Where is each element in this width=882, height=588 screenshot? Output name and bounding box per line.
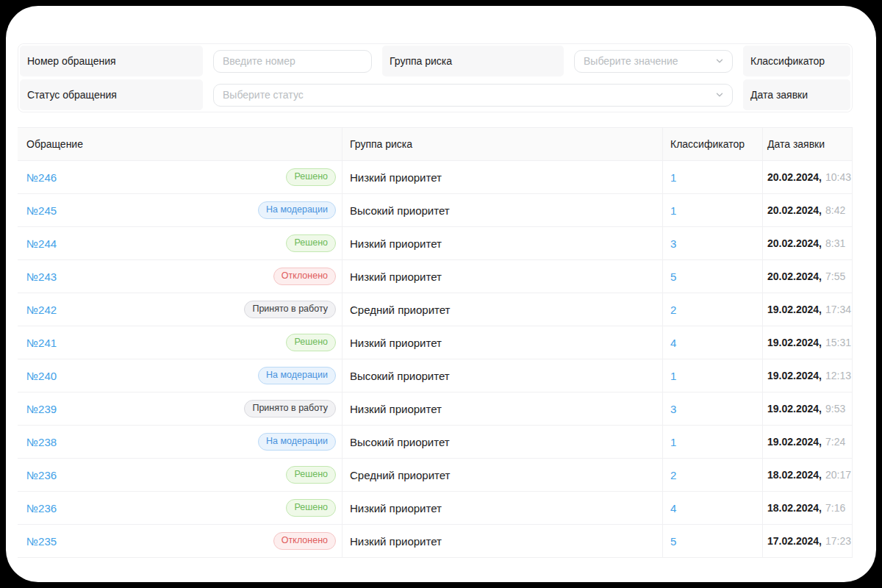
date-value: 19.02.2024, xyxy=(767,304,822,315)
status-badge: Решено xyxy=(286,234,336,252)
table-row: №245 На модерации Высокий приоритет 1 20… xyxy=(18,194,852,227)
time-value: 17:34 xyxy=(825,304,851,315)
status-badge: Решено xyxy=(286,168,336,186)
request-link[interactable]: №243 xyxy=(26,270,57,283)
risk-group-cell: Низкий приоритет xyxy=(342,525,662,557)
risk-group-value: Высокий приоритет xyxy=(350,436,450,448)
filter-label-classifier: Классификатор xyxy=(742,44,852,78)
request-link[interactable]: №240 xyxy=(26,370,57,382)
request-cell: №236 Решено xyxy=(18,459,342,491)
select-placeholder: Выберите значение xyxy=(584,55,678,67)
status-select[interactable]: Выберите статус xyxy=(213,84,733,107)
classifier-link[interactable]: 5 xyxy=(670,535,676,548)
time-value: 7:55 xyxy=(825,270,845,282)
request-cell: №246 Решено xyxy=(18,161,342,193)
classifier-link[interactable]: 3 xyxy=(670,237,676,250)
request-cell: №243 Отклонено xyxy=(18,260,342,293)
risk-group-cell: Низкий приоритет xyxy=(342,492,662,524)
risk-group-value: Низкий приоритет xyxy=(350,237,442,250)
request-link[interactable]: №235 xyxy=(26,535,57,548)
date-value: 19.02.2024, xyxy=(767,436,822,448)
status-badge: На модерации xyxy=(258,367,336,384)
date-cell: 19.02.2024, 15:31 xyxy=(762,326,853,359)
request-link[interactable]: №236 xyxy=(26,469,57,481)
classifier-link[interactable]: 1 xyxy=(670,370,676,382)
request-cell: №238 На модерации xyxy=(18,426,342,458)
filter-cell-risk-group: Выберите значение xyxy=(565,44,742,78)
risk-group-value: Низкий приоритет xyxy=(350,270,442,283)
date-cell: 20.02.2024, 8:42 xyxy=(762,194,853,226)
request-cell: №240 На модерации xyxy=(18,359,342,392)
classifier-link[interactable]: 5 xyxy=(670,270,676,283)
risk-group-cell: Высокий приоритет xyxy=(342,426,662,458)
classifier-cell: 3 xyxy=(662,227,762,259)
classifier-link[interactable]: 1 xyxy=(670,204,676,217)
table-row: №236 Решено Низкий приоритет 4 18.02.202… xyxy=(18,492,852,525)
table-row: №241 Решено Низкий приоритет 4 19.02.202… xyxy=(18,326,852,359)
time-value: 7:24 xyxy=(825,436,845,448)
request-link[interactable]: №238 xyxy=(26,436,57,448)
classifier-link[interactable]: 4 xyxy=(670,502,676,514)
table-row: №238 На модерации Высокий приоритет 1 19… xyxy=(18,426,852,459)
status-badge: Отклонено xyxy=(273,268,336,285)
status-badge: Решено xyxy=(286,499,336,517)
status-badge: На модерации xyxy=(258,433,336,451)
classifier-link[interactable]: 1 xyxy=(670,171,676,184)
filter-label-text: Дата заявки xyxy=(750,89,808,101)
filter-label-text: Группа риска xyxy=(390,55,452,67)
request-link[interactable]: №246 xyxy=(26,171,57,184)
request-link[interactable]: №239 xyxy=(26,403,57,415)
risk-group-select[interactable]: Выберите значение xyxy=(574,50,733,73)
request-number-input[interactable] xyxy=(213,50,372,73)
date-value: 20.02.2024, xyxy=(767,270,822,282)
classifier-cell: 1 xyxy=(662,359,762,392)
request-link[interactable]: №241 xyxy=(26,337,57,349)
time-value: 8:31 xyxy=(825,237,845,249)
risk-group-cell: Средний приоритет xyxy=(342,459,662,491)
status-badge: Решено xyxy=(286,334,336,351)
app-window: Номер обращения Группа риска Выберите зн… xyxy=(6,6,876,582)
request-link[interactable]: №242 xyxy=(26,304,57,316)
time-value: 8:42 xyxy=(825,204,845,216)
requests-table: Обращение Группа риска Классификатор Дат… xyxy=(18,127,853,558)
classifier-link[interactable]: 2 xyxy=(670,304,676,316)
request-link[interactable]: №236 xyxy=(26,502,57,514)
risk-group-cell: Средний приоритет xyxy=(342,293,662,326)
status-badge: Принято в работу xyxy=(244,301,336,318)
date-value: 18.02.2024, xyxy=(767,469,822,481)
classifier-link[interactable]: 2 xyxy=(670,469,676,481)
date-cell: 19.02.2024, 7:24 xyxy=(762,426,853,458)
table-row: №236 Решено Средний приоритет 2 18.02.20… xyxy=(18,459,852,492)
request-link[interactable]: №245 xyxy=(26,204,57,217)
request-cell: №244 Решено xyxy=(18,227,342,259)
table-row: №242 Принято в работу Средний приоритет … xyxy=(18,293,852,326)
classifier-cell: 1 xyxy=(662,194,762,226)
classifier-cell: 1 xyxy=(662,426,762,458)
risk-group-cell: Низкий приоритет xyxy=(342,392,662,425)
time-value: 15:31 xyxy=(825,337,851,348)
classifier-link[interactable]: 3 xyxy=(670,403,676,415)
risk-group-value: Низкий приоритет xyxy=(350,403,442,415)
risk-group-value: Низкий приоритет xyxy=(350,535,442,548)
column-header-classifier: Классификатор xyxy=(662,128,762,160)
risk-group-value: Средний приоритет xyxy=(350,304,450,316)
table-row: №243 Отклонено Низкий приоритет 5 20.02.… xyxy=(18,260,852,293)
risk-group-cell: Высокий приоритет xyxy=(342,359,662,392)
filter-label-text: Статус обращения xyxy=(27,89,117,101)
time-value: 9:53 xyxy=(825,403,845,415)
classifier-link[interactable]: 4 xyxy=(670,337,676,349)
request-cell: №241 Решено xyxy=(18,326,342,359)
classifier-cell: 5 xyxy=(662,525,762,557)
time-value: 17:23 xyxy=(825,535,851,547)
date-value: 20.02.2024, xyxy=(767,204,822,216)
page-content: Номер обращения Группа риска Выберите зн… xyxy=(18,43,853,558)
time-value: 12:13 xyxy=(825,370,851,381)
status-badge: Принято в работу xyxy=(244,400,336,417)
classifier-link[interactable]: 1 xyxy=(670,436,676,448)
request-link[interactable]: №244 xyxy=(26,237,57,250)
status-badge: На модерации xyxy=(258,201,336,219)
date-cell: 17.02.2024, 17:23 xyxy=(762,525,853,557)
filter-label-request-status: Статус обращения xyxy=(18,78,204,112)
chevron-down-icon xyxy=(714,90,725,100)
risk-group-cell: Низкий приоритет xyxy=(342,326,662,359)
